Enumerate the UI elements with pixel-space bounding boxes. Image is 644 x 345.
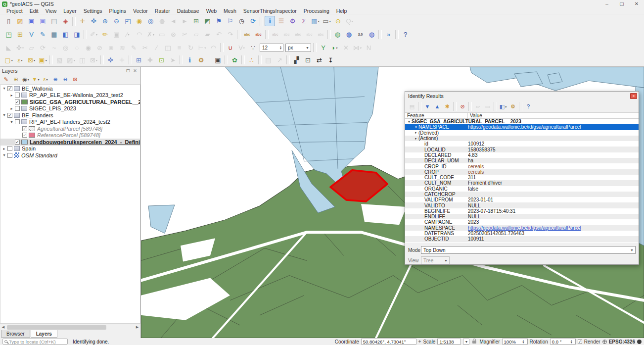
clear-results-button[interactable]: ⊘ bbox=[458, 102, 467, 111]
plugin-select-region-tool-button[interactable]: ⊡ bbox=[303, 55, 313, 65]
temporal-controller-button[interactable]: ◷ bbox=[236, 16, 247, 26]
metasearch-button[interactable]: ◍ bbox=[332, 29, 343, 40]
configure-tools-button[interactable]: ⚙ bbox=[196, 55, 206, 65]
expander-icon[interactable]: ▾ bbox=[1, 86, 7, 91]
menu-database[interactable]: Database bbox=[174, 8, 203, 14]
layer-item[interactable]: ▸SIGEC_LPIS_2023 bbox=[0, 105, 140, 112]
identify-row[interactable]: ▾NAMESPACEhttps://geodata.wallonie.be/id… bbox=[405, 124, 639, 130]
auto-select-box-button[interactable]: ⊞ bbox=[134, 55, 144, 65]
manage-map-themes-button[interactable]: ◉▾ bbox=[21, 75, 30, 84]
scroll-right-icon[interactable]: ▶ bbox=[134, 325, 140, 329]
menu-vector[interactable]: Vector bbox=[130, 8, 151, 14]
plugin-dots-tool-button[interactable]: ∴ bbox=[246, 55, 257, 65]
refresh-map-button[interactable]: ⟳ bbox=[248, 16, 258, 26]
identify-close-button[interactable]: x bbox=[630, 93, 637, 99]
osm-search-globe-button[interactable]: ◍ bbox=[367, 29, 377, 40]
maximize-button[interactable]: ▢ bbox=[614, 0, 629, 8]
snap-units[interactable]: px▼ bbox=[285, 44, 311, 52]
scroll-left-icon[interactable]: ◀ bbox=[0, 325, 6, 329]
identify-help-button[interactable]: ? bbox=[524, 102, 533, 111]
remove-layer-button[interactable]: ⊠ bbox=[71, 75, 80, 84]
new-map-view-button[interactable]: ⊞ bbox=[191, 16, 201, 26]
identify-features-button[interactable]: ℹ bbox=[265, 16, 275, 26]
lock-scale-icon[interactable] bbox=[472, 341, 476, 344]
identify-row[interactable]: CATCHCROP bbox=[405, 192, 639, 197]
layer-item[interactable]: ▾✓BE_Flanders bbox=[0, 112, 140, 119]
new-temporary-scratch-layer-button[interactable]: ✎ bbox=[38, 29, 48, 40]
view-combobox[interactable]: Tree ▼ bbox=[421, 256, 450, 264]
new-annotation-layer-button[interactable]: ◨ bbox=[72, 29, 82, 40]
expander-icon[interactable]: ▸ bbox=[9, 93, 14, 98]
move-item-tool-button[interactable]: ✜ bbox=[105, 55, 116, 65]
whats-this-help-button[interactable]: ℹ bbox=[184, 55, 195, 65]
scale-dropdown-button[interactable]: ▼ bbox=[463, 339, 469, 345]
select-by-form-button[interactable]: ▣▾ bbox=[38, 55, 48, 65]
menu-view[interactable]: View bbox=[42, 8, 60, 14]
layer-visibility-checkbox[interactable] bbox=[7, 153, 12, 158]
identify-row[interactable]: ORGANICfalse bbox=[405, 186, 639, 192]
statistical-summary-button[interactable]: Σ bbox=[299, 16, 309, 26]
identify-row[interactable]: CROPcereals bbox=[405, 169, 639, 175]
identify-row[interactable]: DATETRANS20250205142051.726463 bbox=[405, 231, 639, 236]
mode-combobox[interactable]: Top Down ▼ bbox=[421, 246, 636, 254]
zoom-to-selection-button[interactable]: ◉ bbox=[134, 16, 144, 26]
whats-new-button[interactable]: 3.0 bbox=[355, 29, 366, 40]
identify-row[interactable]: CAMPAGNE2023 bbox=[405, 219, 639, 225]
column-header-value[interactable]: Value bbox=[468, 113, 639, 118]
style-manager-button[interactable]: ◈ bbox=[60, 16, 71, 26]
layer-visibility-checkbox[interactable] bbox=[15, 93, 20, 98]
lock-scale-tool-button[interactable]: ⊡ bbox=[156, 55, 167, 65]
identify-row[interactable]: BEGINLIFE2023-07-18T15:40:31 bbox=[405, 208, 639, 214]
layer-visibility-checkbox[interactable] bbox=[7, 146, 12, 151]
topological-editing-button[interactable]: Y bbox=[318, 43, 328, 53]
identify-row[interactable]: CROP_IDcereals bbox=[405, 163, 639, 169]
map-tips-button[interactable]: ⊙ bbox=[333, 16, 343, 26]
layer-visibility-checkbox[interactable]: ✓ bbox=[7, 113, 12, 118]
expand-new-results-button[interactable]: ✱ bbox=[443, 102, 452, 111]
identify-row[interactable]: NAMESPACEhttps://geodata.wallonie.be/id/… bbox=[405, 225, 639, 231]
identify-row[interactable]: CULT_NOMFroment d'hiver bbox=[405, 180, 639, 186]
identify-row[interactable]: ▸(Derived) bbox=[405, 130, 639, 136]
show-spatial-bookmarks-button[interactable]: ⚐ bbox=[225, 16, 235, 26]
menu-web[interactable]: Web bbox=[203, 8, 220, 14]
save-project-as-button[interactable]: ▣ bbox=[38, 16, 48, 26]
plugin-dark-tool-button[interactable]: ▣ bbox=[213, 55, 223, 65]
plugin-swap-layers-tool-button[interactable]: ⇄ bbox=[314, 55, 324, 65]
layer-visibility-checkbox[interactable]: ✓ bbox=[7, 86, 12, 91]
new-3d-map-view-button[interactable]: ◩ bbox=[202, 16, 213, 26]
coordinate-input[interactable]: 50.80426°, 4.73041° bbox=[361, 339, 416, 345]
layer-item[interactable]: ▾OSM Standard bbox=[0, 152, 140, 159]
new-project-button[interactable]: ▯ bbox=[3, 16, 14, 26]
plugin-download-tool-button[interactable]: ↧ bbox=[325, 55, 336, 65]
pan-to-selection-button[interactable]: ✜ bbox=[89, 16, 99, 26]
pan-map-button[interactable]: ✛ bbox=[77, 16, 88, 26]
identify-row[interactable]: OBJECTID100911 bbox=[405, 236, 639, 242]
layer-item[interactable]: ▾✓BE_Wallonia bbox=[0, 85, 140, 92]
metasearch-services-button[interactable]: ◍ bbox=[344, 29, 354, 40]
value-cell[interactable]: https://geodata.wallonie.be/id/gsa/agric… bbox=[468, 225, 639, 231]
extent-tracking-icon[interactable]: ⌖ bbox=[418, 339, 421, 345]
new-virtual-layer-button[interactable]: V bbox=[26, 29, 37, 40]
map-canvas[interactable]: Identify Results x ▤▼▲✱⊘▱▭◧▾⚙? Feature V… bbox=[141, 67, 644, 338]
layer-item[interactable]: ▾RP_AP_BE-Flanders_2024_test2 bbox=[0, 119, 140, 126]
messages-icon[interactable] bbox=[637, 340, 642, 344]
menu-mesh[interactable]: Mesh bbox=[220, 8, 240, 14]
layer-visibility-checkbox[interactable] bbox=[15, 119, 20, 124]
filter-legend-button[interactable]: ▼▾ bbox=[31, 75, 40, 84]
filter-by-expression-button[interactable]: ε▾ bbox=[41, 75, 50, 84]
layer-item[interactable]: ▸Spain bbox=[0, 146, 140, 152]
layer-visibility-checkbox[interactable]: ✓ bbox=[15, 140, 20, 145]
identify-row[interactable]: ENDLIFENULL bbox=[405, 214, 639, 219]
identify-row[interactable]: VALIDFROM2023-01-01 bbox=[405, 197, 639, 202]
show-labels-button[interactable]: abc bbox=[242, 29, 252, 40]
expander-icon[interactable]: ▸ bbox=[9, 106, 14, 111]
enable-snapping-button[interactable]: ∪ bbox=[225, 43, 235, 53]
new-shapefile-layer-button[interactable]: ⊞ bbox=[15, 29, 25, 40]
identify-mode-button[interactable]: ◧▾ bbox=[499, 102, 507, 111]
new-spatial-bookmark-button[interactable]: ⚑ bbox=[214, 16, 224, 26]
layer-item[interactable]: ✓AgriculturalParcel [589748] bbox=[0, 125, 140, 132]
measure-line-button[interactable]: ▭▾ bbox=[322, 16, 332, 26]
layer-visibility-checkbox[interactable]: ✓ bbox=[22, 126, 27, 131]
menu-raster[interactable]: Raster bbox=[151, 8, 174, 14]
identify-row[interactable]: LOCALID1580358375 bbox=[405, 147, 639, 152]
